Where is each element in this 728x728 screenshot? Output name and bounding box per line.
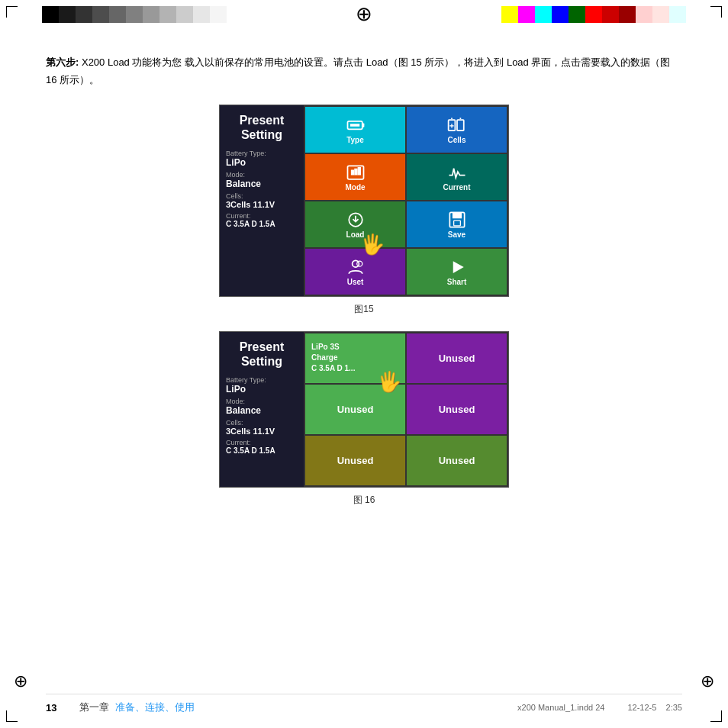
slot6-label: Unused [439,455,475,466]
swatch-lightcyan [669,6,686,23]
swatch-light2 [210,6,227,23]
swatch-darkgreen [569,6,585,23]
save-label: Save [448,230,465,239]
panel-slots-fig16: LiPo 3SChargeC 3.5A D 1... 🖐 Unused Unus… [304,332,508,487]
svg-rect-15 [452,213,461,219]
battery-type-value-fig15: LiPo [226,157,298,168]
current-button[interactable]: Current [407,154,507,200]
main-content: 第六步: X200 Load 功能将为您 载入以前保存的常用电池的设置。请点击 … [46,42,682,682]
slot5-label: Unused [337,455,374,466]
play-icon [446,256,468,278]
panel-sidebar-fig16: PresentSetting Battery Type: LiPo Mode: … [220,332,304,487]
crosshair-bottom-left: ⊕ [14,672,27,691]
current-value-fig16: C 3.5A D 1.5A [226,446,298,455]
fig15-caption: 图15 [354,303,373,316]
swatch-yellow [501,6,518,23]
swatch-gray4 [159,6,176,23]
cells-value-fig16: 3Cells 11.1V [226,427,298,436]
swatch-dark2 [76,6,92,23]
battery-type-label-fig16: Battery Type: [226,376,298,384]
battery-icon [345,114,366,136]
slot2-button[interactable]: Unused [407,333,507,383]
mode-label-fig15: Mode: [226,171,298,179]
chapter-link: 准备、连接、使用 [115,701,195,714]
current-label-btn: Current [443,183,470,192]
time-value: 2:35 [666,703,682,712]
color-bar [42,6,309,23]
slot5-button[interactable]: Unused [305,436,405,485]
figure-16-container: PresentSetting Battery Type: LiPo Mode: … [46,331,682,507]
mode-value-fig16: Balance [226,405,298,416]
svg-rect-11 [354,169,357,176]
figure-15-container: PresentSetting Battery Type: LiPo Mode: … [46,105,682,316]
slot4-label: Unused [439,404,475,415]
save-icon [446,209,468,230]
date-value: 12-12-5 [627,703,656,712]
crosshair-bottom-right: ⊕ [701,672,714,691]
swatch-black [42,6,59,23]
slot6-button[interactable]: Unused [407,436,507,485]
corner-br [710,710,722,722]
swatch-lightpink [652,6,669,23]
type-button[interactable]: Type [305,107,405,153]
current-label-fig16: Current: [226,439,298,446]
cells-label: Cells [448,136,466,144]
current-value-fig15: C 3.5A D 1.5A [226,220,298,228]
slot3-label: Unused [337,404,374,415]
step-label: 第六步: [46,56,79,68]
swatch-darkred [619,6,636,23]
save-button[interactable]: Save [407,201,507,247]
uset-button[interactable]: Uset [305,249,405,295]
slot1-label: LiPo 3SChargeC 3.5A D 1... [311,342,355,374]
color-bar-right [501,6,686,23]
footer-date: 12-12-5 2:35 [627,703,682,712]
swatch-dark3 [92,6,109,23]
load-button[interactable]: Load 🖐 [305,201,405,247]
mode-value-fig15: Balance [226,179,298,189]
load-icon [345,209,366,230]
current-icon [446,162,468,183]
page-number: 13 [46,702,56,714]
panel-sidebar-fig15: PresentSetting Battery Type: LiPo Mode: … [220,105,304,296]
swatch-red [585,6,602,23]
cursor-hand-fig15: 🖐 [360,233,385,256]
swatch-gray1 [109,6,126,23]
mode-button[interactable]: Mode [305,154,405,200]
fig16-caption: 图 16 [353,494,375,507]
slot1-button[interactable]: LiPo 3SChargeC 3.5A D 1... 🖐 [305,333,405,383]
mode-label-fig16: Mode: [226,398,298,405]
shart-label: Shart [447,278,467,286]
swatch-gray2 [126,6,143,23]
shart-button[interactable]: Shart [407,249,507,295]
swatch-red2 [602,6,619,23]
swatch-pink [636,6,652,23]
mode-label: Mode [345,183,365,192]
swatch-cyan [535,6,552,23]
svg-rect-5 [457,120,464,130]
footer: 13 第一章 准备、连接、使用 x200 Manual_1.indd 24 12… [46,694,682,714]
panel-fig16: PresentSetting Battery Type: LiPo Mode: … [219,331,509,488]
swatch-gray3 [143,6,159,23]
crosshair-top: ⊕ [356,2,372,26]
svg-marker-19 [453,261,463,273]
svg-rect-10 [350,170,353,176]
corner-tl [6,6,18,18]
corner-tr [710,6,722,18]
mode-icon [345,162,366,183]
cells-value-fig15: 3Cells 11.1V [226,200,298,209]
panel-grid-fig15: Type Cells [304,105,508,296]
cursor-hand-fig16: 🖐 [377,370,401,394]
sidebar-title-fig15: PresentSetting [226,113,298,142]
panel-fig15: PresentSetting Battery Type: LiPo Mode: … [219,105,509,297]
type-label: Type [346,136,364,144]
swatch-gray5 [176,6,193,23]
cells-icon [446,114,468,136]
slot4-button[interactable]: Unused [407,385,507,434]
cells-label-fig16: Cells: [226,419,298,427]
cells-button[interactable]: Cells [407,107,507,153]
svg-rect-16 [453,221,460,226]
swatch-magenta [518,6,535,23]
swatch-light1 [193,6,210,23]
chapter-label: 第一章 [79,701,109,714]
intro-text: 第六步: X200 Load 功能将为您 载入以前保存的常用电池的设置。请点击 … [46,53,682,89]
